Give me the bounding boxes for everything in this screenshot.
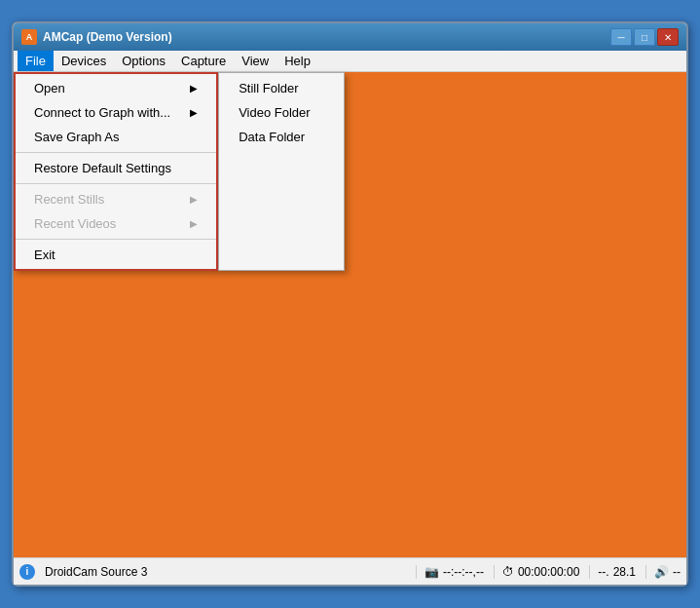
restore-defaults-label: Restore Default Settings — [34, 161, 171, 175]
recent-videos-item: Recent Videos ▶ — [15, 211, 217, 236]
status-fps-segment: --. 28.1 — [589, 565, 636, 579]
restore-button[interactable]: □ — [634, 28, 655, 46]
dropdown-container: Open ▶ Connect to Graph with... ▶ Save G… — [14, 72, 345, 271]
window-controls: ─ □ ✕ — [610, 28, 679, 46]
status-source: DroidCam Source 3 — [45, 565, 147, 579]
menu-item-file[interactable]: File — [18, 51, 54, 71]
recent-videos-label: Recent Videos — [34, 216, 116, 231]
status-dash: --. — [598, 565, 608, 579]
close-button[interactable]: ✕ — [657, 28, 679, 46]
exit-item[interactable]: Exit — [15, 243, 217, 267]
restore-defaults-item[interactable]: Restore Default Settings — [15, 156, 217, 180]
separator-1 — [15, 152, 217, 153]
open-submenu: Still Folder Video Folder Data Folder — [218, 72, 345, 271]
separator-2 — [15, 183, 217, 184]
recent-stills-label: Recent Stills — [34, 192, 104, 207]
status-camera-segment: 📷 --:--:--,-- — [416, 565, 484, 579]
window-title: AMCap (Demo Version) — [43, 30, 172, 44]
title-bar: A AMCap (Demo Version) ─ □ ✕ — [14, 23, 686, 51]
still-folder-item[interactable]: Still Folder — [219, 76, 344, 100]
status-bar: i DroidCam Source 3 📷 --:--:--,-- ⏱ 00:0… — [14, 557, 686, 585]
menu-item-help[interactable]: Help — [276, 51, 318, 71]
still-folder-label: Still Folder — [239, 81, 298, 95]
open-menu-item[interactable]: Open ▶ — [15, 76, 217, 100]
recent-stills-item: Recent Stills ▶ — [15, 187, 217, 211]
menu-item-devices[interactable]: Devices — [54, 51, 114, 71]
status-timestamp: --:--:--,-- — [443, 565, 484, 579]
save-graph-label: Save Graph As — [34, 130, 119, 144]
status-info-icon: i — [19, 564, 35, 580]
content-area: Open ▶ Connect to Graph with... ▶ Save G… — [14, 72, 686, 557]
app-icon: A — [21, 29, 37, 45]
data-folder-item[interactable]: Data Folder — [219, 125, 344, 149]
recent-stills-arrow: ▶ — [190, 194, 198, 205]
open-label: Open — [34, 81, 65, 95]
exit-label: Exit — [34, 247, 55, 262]
video-folder-label: Video Folder — [239, 105, 310, 120]
file-dropdown: Open ▶ Connect to Graph with... ▶ Save G… — [14, 72, 218, 271]
status-fps: 28.1 — [613, 565, 636, 579]
app-window: A AMCap (Demo Version) ─ □ ✕ File Device… — [12, 21, 688, 587]
recent-videos-arrow: ▶ — [190, 218, 198, 229]
video-folder-item[interactable]: Video Folder — [219, 100, 344, 125]
status-volume-segment: 🔊 -- — [645, 565, 681, 579]
camera-icon: 📷 — [424, 565, 439, 579]
open-arrow: ▶ — [190, 83, 198, 94]
status-volume: -- — [673, 565, 681, 579]
clock-icon: ⏱ — [502, 565, 514, 579]
volume-icon: 🔊 — [654, 565, 669, 579]
data-folder-label: Data Folder — [239, 130, 305, 144]
minimize-button[interactable]: ─ — [610, 28, 632, 46]
connect-graph-arrow: ▶ — [190, 107, 198, 118]
connect-graph-item[interactable]: Connect to Graph with... ▶ — [15, 100, 217, 125]
status-time-segment: ⏱ 00:00:00:00 — [494, 565, 579, 579]
status-timecode: 00:00:00:00 — [518, 565, 579, 579]
save-graph-item[interactable]: Save Graph As — [15, 125, 217, 149]
title-bar-left: A AMCap (Demo Version) — [21, 29, 172, 45]
menu-item-options[interactable]: Options — [114, 51, 173, 71]
menu-item-capture[interactable]: Capture — [173, 51, 234, 71]
menu-bar: File Devices Options Capture View Help — [14, 51, 686, 72]
connect-graph-label: Connect to Graph with... — [34, 105, 170, 120]
separator-3 — [15, 239, 217, 240]
menu-item-view[interactable]: View — [234, 51, 276, 71]
